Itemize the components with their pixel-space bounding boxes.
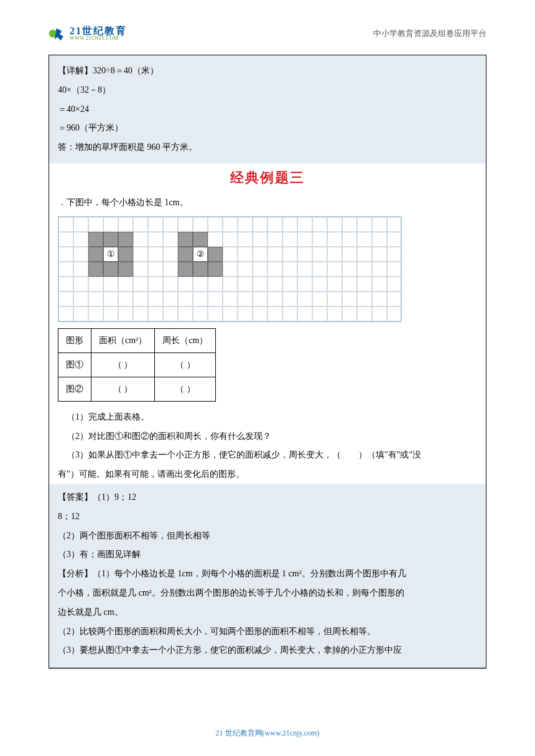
analysis-line: （2）比较两个图形的面积和周长大小，可知两个图形的面积不相等，但周长相等。 [58,622,477,642]
problem-body: ．下图中，每个小格边长是 1cm。 ①② 图形 面积（cm²） 周长（cm） 图… [49,193,486,484]
page-header: 21世纪教育 WWW.21CNJY.COM 中小学教育资源及组卷应用平台 [49,25,486,42]
page-footer: 21 世纪教育网(www.21cnjy.com) [0,728,535,739]
content-frame: 【详解】320÷8＝40（米） 40×（32－8） ＝40×24 ＝960（平方… [49,55,486,668]
site-logo: 21世纪教育 WWW.21CNJY.COM [49,25,127,42]
analysis-line: 个小格，面积就是几 cm²。分别数出两个图形的边长等于几个小格的边长和，则每个图… [58,584,477,603]
detailed-solution-box: 【详解】320÷8＝40（米） 40×（32－8） ＝40×24 ＝960（平方… [49,55,486,164]
table-blank-cell[interactable]: （ ） [91,377,155,401]
question-3b: 有"）可能。如果有可能，请画出变化后的图形。 [58,465,477,484]
shape1-label: ① [103,247,118,262]
table-cell: 图① [58,353,91,377]
solution-line: 答：增加的草坪面积是 960 平方米。 [58,138,477,157]
logo-text: 21世纪教育 WWW.21CNJY.COM [70,26,127,41]
question-3a: （3）如果从图①中拿去一个小正方形，使它的面积减少，周长变大，（ ）（填"有"或… [58,446,477,465]
grid-figure: ①② [58,216,401,322]
answer-line: （3）有；画图见详解 [58,545,477,565]
header-right-text: 中小学教育资源及组卷应用平台 [373,28,486,39]
solution-line: 40×（32－8） [58,81,477,100]
problem-intro: ．下图中，每个小格边长是 1cm。 [58,193,477,213]
answer-table: 图形 面积（cm²） 周长（cm） 图① （ ） （ ） 图② （ ） （ ） [58,328,216,402]
table-row: 图① （ ） （ ） [58,353,216,377]
shape2-label: ② [193,247,208,262]
analysis-line: 【分析】（1）每个小格边长是 1cm，则每个小格的面积是 1 cm²。分别数出两… [58,565,477,584]
table-blank-cell[interactable]: （ ） [155,353,216,377]
solution-line: ＝40×24 [58,100,477,119]
grid-cells: ①② [58,217,401,321]
answer-line: （2）两个图形面积不相等，但周长相等 [58,527,477,546]
question-1: （1）完成上面表格。 [58,408,477,427]
page-root: 21世纪教育 WWW.21CNJY.COM 中小学教育资源及组卷应用平台 【详解… [0,0,535,756]
table-header-area: 面积（cm²） [91,328,155,353]
table-blank-cell[interactable]: （ ） [91,353,155,377]
table-row: 图② （ ） （ ） [58,377,216,401]
footer-text: 21 世纪教育网(www.21cnjy.com) [216,728,320,739]
question-2: （2）对比图①和图②的面积和周长，你有什么发现？ [58,427,477,446]
logo-cn-text: 21世纪教育 [70,26,127,36]
table-header-perimeter: 周长（cm） [155,328,216,353]
footer-divider [49,668,486,669]
section-title: 经典例题三 [49,164,486,193]
solution-line: 【详解】320÷8＝40（米） [58,62,477,81]
solution-line: ＝960（平方米） [58,119,477,138]
answer-line: 8；12 [58,507,477,527]
table-blank-cell[interactable]: （ ） [155,377,216,401]
answer-line: 【答案】（1）9；12 [58,488,477,507]
table-header-shape: 图形 [58,328,91,353]
logo-runner-icon [49,25,66,42]
logo-en-text: WWW.21CNJY.COM [70,36,127,41]
table-header-row: 图形 面积（cm²） 周长（cm） [58,328,216,353]
answer-analysis-box: 【答案】（1）9；12 8；12 （2）两个图形面积不相等，但周长相等 （3）有… [49,484,486,668]
analysis-line: 边长就是几 cm。 [58,603,477,622]
analysis-line: （3）要想从图①中拿去一个小正方形，使它的面积减少，周长变大，拿掉的小正方形中应 [58,641,477,660]
table-cell: 图② [58,377,91,401]
